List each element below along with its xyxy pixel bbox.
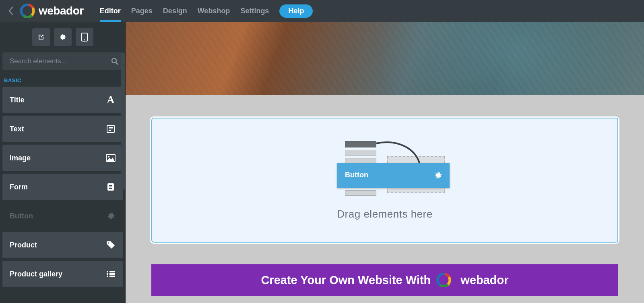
mobile-icon xyxy=(81,33,88,42)
burst-icon xyxy=(433,171,442,180)
element-title[interactable]: Title A xyxy=(2,87,123,113)
external-link-icon xyxy=(37,33,45,41)
search-icon xyxy=(111,58,118,65)
preview-button[interactable] xyxy=(32,28,50,46)
hero-image xyxy=(126,22,644,95)
element-form[interactable]: Form xyxy=(2,174,123,200)
promo-text: Create Your Own Website With xyxy=(261,274,431,287)
element-image[interactable]: Image xyxy=(2,145,123,171)
title-icon: A xyxy=(106,95,116,105)
svg-line-3 xyxy=(116,62,118,64)
element-button[interactable]: Button xyxy=(2,203,123,229)
svg-point-1 xyxy=(84,39,85,41)
element-label: Text xyxy=(10,125,24,133)
sidebar-scrollbar[interactable] xyxy=(121,52,125,189)
canvas: Button Drag elements here Create Your Ow… xyxy=(126,22,644,303)
text-icon xyxy=(106,124,116,134)
element-product[interactable]: Product xyxy=(2,232,123,258)
drag-chip: Button xyxy=(337,163,450,188)
nav-tab-pages[interactable]: Pages xyxy=(131,0,153,22)
brand-name: webador xyxy=(39,4,84,17)
element-product-gallery[interactable]: Product gallery xyxy=(2,261,123,287)
search-submit[interactable] xyxy=(106,52,123,70)
mobile-view-button[interactable] xyxy=(76,28,93,46)
chevron-left-icon xyxy=(8,6,14,15)
promo-brand: webador xyxy=(460,274,508,287)
svg-rect-19 xyxy=(107,276,108,277)
element-list: Title A Text Image Form xyxy=(0,87,125,287)
settings-button[interactable] xyxy=(54,28,72,46)
burst-icon xyxy=(106,211,116,221)
element-label: Button xyxy=(10,212,33,220)
nav-tab-webshop[interactable]: Webshop xyxy=(198,0,230,22)
sidebar-tools xyxy=(0,22,125,52)
top-bar: webador Editor Pages Design Webshop Sett… xyxy=(0,0,644,22)
nav-help-button[interactable]: Help xyxy=(279,4,313,18)
element-label: Title xyxy=(10,96,25,104)
svg-rect-20 xyxy=(109,276,115,277)
search-input[interactable] xyxy=(2,52,123,70)
section-label-basic: BASIC xyxy=(0,74,125,87)
svg-rect-15 xyxy=(107,271,108,272)
nav-tab-settings[interactable]: Settings xyxy=(240,0,269,22)
back-button[interactable] xyxy=(5,5,17,17)
dropzone-hint: Drag elements here xyxy=(337,208,432,220)
sidebar: BASIC Title A Text Image Form xyxy=(0,22,126,303)
gear-icon xyxy=(59,33,67,41)
form-icon xyxy=(106,182,116,192)
search-wrap xyxy=(2,52,123,70)
element-label: Form xyxy=(10,183,28,191)
list-icon xyxy=(106,269,116,279)
tag-icon xyxy=(106,240,116,250)
svg-point-14 xyxy=(108,242,109,243)
nav-tabs: Editor Pages Design Webshop Settings Hel… xyxy=(100,0,313,22)
dropzone-illustration: Button xyxy=(334,140,439,201)
promo-banner: Create Your Own Website With webador xyxy=(151,264,618,296)
webador-logo-icon xyxy=(20,4,35,18)
drag-chip-label: Button xyxy=(345,171,368,179)
svg-point-9 xyxy=(108,156,109,158)
element-label: Product gallery xyxy=(10,270,62,278)
nav-tab-design[interactable]: Design xyxy=(163,0,187,22)
nav-tab-editor[interactable]: Editor xyxy=(100,0,121,22)
image-icon xyxy=(106,153,116,163)
content-area: BASIC Title A Text Image Form xyxy=(0,22,644,303)
element-label: Product xyxy=(10,241,37,249)
webador-logo-icon xyxy=(436,273,451,287)
svg-rect-18 xyxy=(109,273,115,275)
dropzone[interactable]: Button Drag elements here xyxy=(151,118,618,243)
dropzone-container: Button Drag elements here xyxy=(126,95,644,251)
element-text[interactable]: Text xyxy=(2,116,123,142)
brand-logo[interactable]: webador xyxy=(20,4,84,18)
svg-rect-17 xyxy=(107,273,108,275)
element-label: Image xyxy=(10,154,31,162)
svg-rect-16 xyxy=(109,271,115,272)
